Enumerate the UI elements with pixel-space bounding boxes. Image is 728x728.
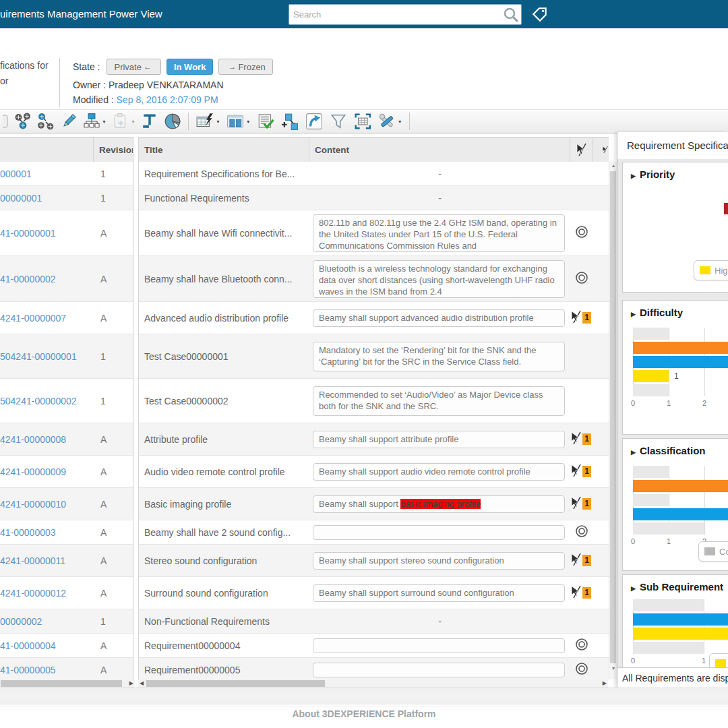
table-row[interactable]: 41-00000002A bbox=[0, 256, 133, 302]
modification-count-badge[interactable]: 1 bbox=[582, 433, 591, 445]
chart-bar[interactable] bbox=[633, 522, 704, 535]
dropdown-caret-icon[interactable]: ▼ bbox=[246, 119, 251, 124]
column-header-title[interactable]: Title bbox=[139, 138, 309, 162]
requirement-id-link[interactable]: 41-00000004 bbox=[0, 640, 94, 651]
content-box[interactable]: Beamy shall support attribute profile bbox=[313, 431, 565, 448]
content-box[interactable]: 802.11b and 802.11g use the 2.4 GHz ISM … bbox=[313, 214, 565, 252]
requirement-id-link[interactable]: 41-00000005 bbox=[0, 665, 94, 675]
table-row[interactable]: Basic imaging profileBeamy shall support… bbox=[139, 488, 609, 520]
navigate-arrow-icon[interactable] bbox=[302, 112, 326, 131]
table-row[interactable]: Non-Functional Requirements- bbox=[139, 609, 609, 634]
filter-funnel-icon[interactable] bbox=[326, 112, 351, 131]
impact-analysis-icon[interactable] bbox=[34, 112, 57, 131]
content-box[interactable]: Beamy shall support audio video remote c… bbox=[313, 463, 565, 481]
requirement-target-icon[interactable] bbox=[574, 637, 589, 655]
chart-bar[interactable] bbox=[633, 384, 669, 396]
section-expand-icon[interactable]: ▶ bbox=[631, 449, 636, 456]
table-row[interactable]: Beamy shall have Bluetooth conn...Blueto… bbox=[139, 256, 609, 302]
table-row[interactable]: 000000021 bbox=[0, 609, 133, 634]
requirement-id-link[interactable]: 4241-00000008 bbox=[0, 434, 94, 445]
chart-bar[interactable] bbox=[633, 508, 728, 520]
state-inwork-button[interactable]: In Work bbox=[166, 59, 213, 75]
requirement-id-link[interactable]: 504241-00000001 bbox=[0, 351, 94, 362]
chart-legend-pill[interactable]: Co bbox=[698, 541, 728, 562]
search-input[interactable] bbox=[289, 9, 501, 20]
requirement-id-link[interactable]: 41-00000003 bbox=[0, 527, 94, 538]
chart-bar[interactable] bbox=[633, 480, 728, 492]
requirement-target-icon[interactable] bbox=[574, 224, 589, 242]
requirement-id-link[interactable]: 4241-00000009 bbox=[0, 466, 94, 477]
requirement-id-link[interactable]: 504241-00000002 bbox=[0, 396, 94, 406]
content-box[interactable]: Bluetooth is a wireless technology stand… bbox=[313, 260, 565, 298]
chart-bar[interactable] bbox=[633, 628, 728, 640]
content-box[interactable] bbox=[313, 638, 565, 653]
scroll-left-icon[interactable]: ◀ bbox=[140, 679, 144, 688]
table-row[interactable]: 504241-000000011 bbox=[0, 334, 133, 379]
table-row[interactable]: Functional Requirements- bbox=[139, 186, 609, 210]
table-row[interactable]: 4241-00000011A bbox=[0, 545, 133, 577]
table-row[interactable]: Attribute profileBeamy shall support att… bbox=[139, 423, 609, 456]
table-row[interactable]: 4241-00000010A bbox=[0, 488, 133, 520]
requirement-id-link[interactable]: 4241-00000012 bbox=[0, 588, 94, 599]
section-expand-icon[interactable]: ▶ bbox=[631, 173, 636, 179]
table-row[interactable]: Requirement Specifications for Be...- bbox=[139, 162, 609, 186]
modification-count-badge[interactable]: 1 bbox=[582, 466, 591, 477]
column-header-modify-icon[interactable] bbox=[570, 138, 593, 162]
edit-pencil-icon[interactable] bbox=[57, 112, 80, 131]
table-row[interactable]: 41-00000001A bbox=[0, 210, 133, 256]
cursor-slash-icon[interactable] bbox=[570, 431, 582, 448]
requirement-target-icon[interactable] bbox=[574, 661, 589, 679]
hscroll-thumb[interactable] bbox=[1, 680, 122, 687]
requirement-id-link[interactable]: 4241-00000010 bbox=[0, 499, 94, 510]
table-row[interactable]: 4241-00000008A bbox=[0, 423, 133, 456]
about-platform-link[interactable]: About 3DEXPERIENCE Platform bbox=[0, 708, 728, 719]
chart-bar[interactable] bbox=[633, 599, 704, 611]
hscroll-thumb[interactable] bbox=[146, 680, 325, 687]
requirement-id-link[interactable]: 4241-00000011 bbox=[0, 555, 94, 566]
table-row[interactable]: Test Case00000002Recommended to set ‘Aud… bbox=[139, 379, 609, 423]
chart-bar[interactable] bbox=[633, 356, 728, 368]
requirement-id-link[interactable]: 41-00000002 bbox=[0, 274, 94, 284]
chart-bar[interactable] bbox=[633, 494, 669, 506]
tag-icon[interactable] bbox=[531, 6, 549, 24]
scroll-right-icon[interactable]: ▶ bbox=[129, 679, 133, 688]
state-private-button[interactable]: Private ← bbox=[107, 59, 160, 75]
column-header-revision[interactable]: Revision bbox=[94, 138, 133, 162]
chart-bar[interactable] bbox=[633, 370, 669, 382]
table-row[interactable]: Requirement00000004 bbox=[139, 634, 609, 658]
cursor-slash-icon[interactable] bbox=[570, 585, 582, 601]
table-row[interactable]: 0000011 bbox=[0, 162, 133, 186]
scroll-right-icon[interactable]: ▶ bbox=[603, 679, 607, 688]
chart-bar[interactable] bbox=[633, 342, 728, 354]
requirement-target-icon[interactable] bbox=[574, 524, 589, 541]
content-box[interactable]: Beamy shall support advanced audio distr… bbox=[313, 309, 565, 327]
select-table-icon[interactable] bbox=[351, 112, 375, 131]
section-expand-icon[interactable]: ▶ bbox=[631, 585, 636, 592]
chart-bar[interactable] bbox=[633, 328, 669, 340]
approve-document-icon[interactable] bbox=[253, 112, 278, 131]
table-row[interactable]: 41-00000003A bbox=[0, 520, 133, 545]
cursor-slash-icon[interactable] bbox=[570, 310, 582, 326]
table-row[interactable]: Beamy shall have Wifi connectivit...802.… bbox=[139, 210, 609, 256]
requirement-id-link[interactable]: 00000001 bbox=[0, 193, 94, 204]
requirement-target-icon[interactable] bbox=[574, 270, 589, 288]
requirement-id-link[interactable]: 00000002 bbox=[0, 616, 94, 627]
modification-count-badge[interactable]: 1 bbox=[582, 587, 591, 599]
dropdown-caret-icon[interactable]: ▼ bbox=[398, 119, 402, 124]
table-row[interactable]: Beamy shall have 2 sound config... bbox=[139, 520, 609, 545]
table-row[interactable]: Requirement00000005 bbox=[139, 658, 609, 679]
table-row[interactable]: 000000011 bbox=[0, 186, 133, 210]
table-row[interactable]: 4241-00000009A bbox=[0, 456, 133, 488]
table-row[interactable]: 41-00000005A bbox=[0, 658, 133, 679]
table-edit-icon[interactable]: ▼ bbox=[193, 112, 223, 131]
table-row[interactable]: Surround sound configurationBeamy shall … bbox=[139, 577, 609, 609]
state-frozen-button[interactable]: → Frozen bbox=[218, 59, 272, 75]
requirement-id-link[interactable]: 000001 bbox=[0, 169, 94, 179]
dropdown-caret-icon[interactable]: ▼ bbox=[131, 119, 135, 124]
cursor-slash-icon[interactable] bbox=[570, 496, 582, 512]
content-box[interactable]: Beamy shall support surround sound confi… bbox=[313, 584, 565, 602]
content-box[interactable]: Beamy shall support stereo sound configu… bbox=[313, 552, 565, 570]
chart-bar[interactable] bbox=[633, 613, 728, 626]
hierarchy-icon[interactable]: ▼ bbox=[80, 112, 109, 131]
column-header-name[interactable] bbox=[0, 138, 94, 162]
